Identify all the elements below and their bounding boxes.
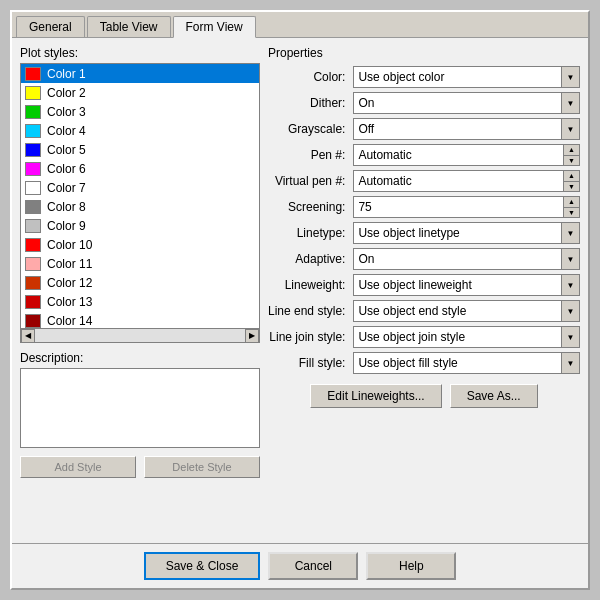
select-box[interactable]: Use object color▼ (353, 66, 580, 88)
select-box[interactable]: Use object end style▼ (353, 300, 580, 322)
tab-general[interactable]: General (16, 16, 85, 37)
color-name: Color 9 (47, 219, 86, 233)
list-item[interactable]: Color 14 (21, 311, 259, 328)
select-value: Use object color (358, 70, 559, 84)
color-name: Color 13 (47, 295, 92, 309)
select-arrow-icon: ▼ (561, 67, 579, 87)
color-name: Color 7 (47, 181, 86, 195)
scroll-left-btn[interactable]: ◀ (21, 329, 35, 343)
prop-label: Line join style: (268, 330, 349, 344)
prop-label: Screening: (268, 200, 349, 214)
tab-tableview[interactable]: Table View (87, 16, 171, 37)
list-item[interactable]: Color 7 (21, 178, 259, 197)
prop-label: Lineweight: (268, 278, 349, 292)
description-box (20, 368, 260, 448)
select-box[interactable]: Use object join style▼ (353, 326, 580, 348)
spin-box[interactable]: 75▲▼ (353, 196, 580, 218)
color-swatch (25, 257, 41, 271)
spin-up-icon[interactable]: ▲ (563, 197, 579, 208)
prop-control: Automatic▲▼ (353, 170, 580, 192)
color-name: Color 10 (47, 238, 92, 252)
properties-label: Properties (268, 46, 580, 60)
spin-value: Automatic (358, 174, 411, 188)
horizontal-scrollbar[interactable]: ◀ ▶ (21, 328, 259, 342)
plot-styles-list[interactable]: Color 1Color 2Color 3Color 4Color 5Color… (21, 64, 259, 328)
select-value: Use object linetype (358, 226, 559, 240)
select-box[interactable]: Off▼ (353, 118, 580, 140)
select-box[interactable]: On▼ (353, 92, 580, 114)
add-style-button[interactable]: Add Style (20, 456, 136, 478)
list-item[interactable]: Color 12 (21, 273, 259, 292)
spin-down-icon[interactable]: ▼ (563, 156, 579, 166)
color-swatch (25, 219, 41, 233)
select-box[interactable]: Use object linetype▼ (353, 222, 580, 244)
scroll-right-btn[interactable]: ▶ (245, 329, 259, 343)
color-swatch (25, 314, 41, 328)
save-as-button[interactable]: Save As... (450, 384, 538, 408)
prop-control: Automatic▲▼ (353, 144, 580, 166)
color-name: Color 5 (47, 143, 86, 157)
bottom-bar: Save & Close Cancel Help (12, 543, 588, 588)
list-item[interactable]: Color 1 (21, 64, 259, 83)
plot-styles-list-container: Color 1Color 2Color 3Color 4Color 5Color… (20, 63, 260, 343)
prop-control: Use object fill style▼ (353, 352, 580, 374)
cancel-button[interactable]: Cancel (268, 552, 358, 580)
spin-value: 75 (358, 200, 371, 214)
list-item[interactable]: Color 2 (21, 83, 259, 102)
color-swatch (25, 276, 41, 290)
plot-styles-label: Plot styles: (20, 46, 260, 60)
select-box[interactable]: Use object fill style▼ (353, 352, 580, 374)
color-name: Color 11 (47, 257, 92, 271)
color-swatch (25, 143, 41, 157)
prop-label: Line end style: (268, 304, 349, 318)
list-item[interactable]: Color 6 (21, 159, 259, 178)
spin-down-icon[interactable]: ▼ (563, 208, 579, 218)
scroll-track (35, 329, 245, 342)
spin-box[interactable]: Automatic▲▼ (353, 144, 580, 166)
select-arrow-icon: ▼ (561, 249, 579, 269)
prop-control: Use object join style▼ (353, 326, 580, 348)
select-box[interactable]: Use object lineweight▼ (353, 274, 580, 296)
prop-label: Fill style: (268, 356, 349, 370)
select-arrow-icon: ▼ (561, 93, 579, 113)
color-swatch (25, 124, 41, 138)
spin-value: Automatic (358, 148, 411, 162)
spin-box[interactable]: Automatic▲▼ (353, 170, 580, 192)
prop-label: Dither: (268, 96, 349, 110)
list-item[interactable]: Color 11 (21, 254, 259, 273)
tab-formview[interactable]: Form View (173, 16, 256, 38)
prop-control: On▼ (353, 248, 580, 270)
list-item[interactable]: Color 13 (21, 292, 259, 311)
left-panel: Plot styles: Color 1Color 2Color 3Color … (20, 46, 260, 535)
color-name: Color 8 (47, 200, 86, 214)
prop-control: Use object lineweight▼ (353, 274, 580, 296)
prop-label: Linetype: (268, 226, 349, 240)
color-swatch (25, 162, 41, 176)
color-swatch (25, 295, 41, 309)
list-item[interactable]: Color 9 (21, 216, 259, 235)
prop-control: Use object end style▼ (353, 300, 580, 322)
list-item[interactable]: Color 5 (21, 140, 259, 159)
list-item[interactable]: Color 8 (21, 197, 259, 216)
description-text[interactable] (21, 369, 259, 447)
list-item[interactable]: Color 4 (21, 121, 259, 140)
delete-style-button[interactable]: Delete Style (144, 456, 260, 478)
select-value: Use object join style (358, 330, 559, 344)
right-panel: Properties Color:Use object color▼Dither… (268, 46, 580, 535)
help-button[interactable]: Help (366, 552, 456, 580)
spin-up-icon[interactable]: ▲ (563, 145, 579, 156)
save-close-button[interactable]: Save & Close (144, 552, 261, 580)
select-box[interactable]: On▼ (353, 248, 580, 270)
select-arrow-icon: ▼ (561, 275, 579, 295)
dialog: General Table View Form View Plot styles… (10, 10, 590, 590)
list-item[interactable]: Color 3 (21, 102, 259, 121)
list-item[interactable]: Color 10 (21, 235, 259, 254)
edit-lineweights-button[interactable]: Edit Lineweights... (310, 384, 441, 408)
spin-up-icon[interactable]: ▲ (563, 171, 579, 182)
prop-control: Use object linetype▼ (353, 222, 580, 244)
select-arrow-icon: ▼ (561, 327, 579, 347)
color-name: Color 14 (47, 314, 92, 328)
spin-down-icon[interactable]: ▼ (563, 182, 579, 192)
prop-control: 75▲▼ (353, 196, 580, 218)
select-arrow-icon: ▼ (561, 223, 579, 243)
